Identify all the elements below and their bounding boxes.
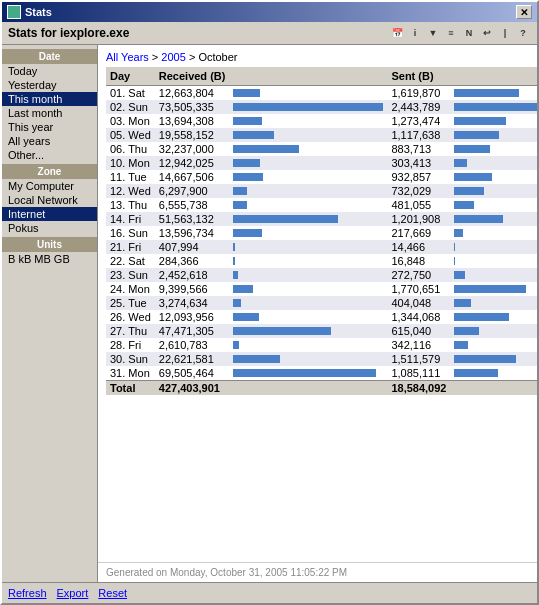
cell-sent-bar xyxy=(450,198,537,212)
table-header-row: Day Received (B) Sent (B) xyxy=(106,67,537,86)
recv-bar xyxy=(233,299,241,307)
sidebar-item-other[interactable]: Other... xyxy=(2,148,97,162)
cell-recv: 9,399,566 xyxy=(155,282,230,296)
cell-sent-bar xyxy=(450,86,537,101)
sent-bar xyxy=(454,117,506,125)
sidebar-item-thismonth[interactable]: This month xyxy=(2,92,97,106)
zone-section-header: Zone xyxy=(2,164,97,179)
cell-sent-bar xyxy=(450,114,537,128)
recv-bar xyxy=(233,341,239,349)
sidebar-item-pokus[interactable]: Pokus xyxy=(2,221,97,235)
filter-icon[interactable]: ▼ xyxy=(425,25,441,41)
cell-day: 31. Mon xyxy=(106,366,155,381)
table-row: 11. Tue14,667,506932,857 xyxy=(106,170,537,184)
total-recv: 427,403,901 xyxy=(155,381,230,396)
cell-sent-bar xyxy=(450,100,537,114)
footer-text: Generated on Monday, October 31, 2005 11… xyxy=(98,562,537,582)
sidebar-item-allyears[interactable]: All years xyxy=(2,134,97,148)
help-icon[interactable]: ? xyxy=(515,25,531,41)
table-row: 16. Sun13,596,734217,669 xyxy=(106,226,537,240)
recv-bar xyxy=(233,117,262,125)
col-header-recv-bar xyxy=(229,67,387,86)
refresh-link[interactable]: Refresh xyxy=(8,587,47,599)
cell-recv: 73,505,335 xyxy=(155,100,230,114)
cell-sent: 615,040 xyxy=(387,324,450,338)
cell-sent: 14,466 xyxy=(387,240,450,254)
breadcrumb-year[interactable]: 2005 xyxy=(161,51,185,63)
cell-recv-bar xyxy=(229,212,387,226)
cell-day: 30. Sun xyxy=(106,352,155,366)
cell-sent-bar xyxy=(450,352,537,366)
sent-bar xyxy=(454,327,479,335)
table-row: 31. Mon69,505,4641,085,111 xyxy=(106,366,537,381)
table-row: 21. Fri407,99414,466 xyxy=(106,240,537,254)
recv-bar xyxy=(233,103,383,111)
cell-day: 05. Wed xyxy=(106,128,155,142)
table-row: 02. Sun73,505,3352,443,789 xyxy=(106,100,537,114)
sidebar-item-units[interactable]: B kB MB GB xyxy=(2,252,97,266)
cell-recv-bar xyxy=(229,100,387,114)
export-link[interactable]: Export xyxy=(57,587,89,599)
cell-sent: 303,413 xyxy=(387,156,450,170)
cell-recv: 6,555,738 xyxy=(155,198,230,212)
cell-recv: 12,942,025 xyxy=(155,156,230,170)
cell-sent: 1,344,068 xyxy=(387,310,450,324)
cell-day: 16. Sun xyxy=(106,226,155,240)
sent-bar xyxy=(454,145,490,153)
title-bar: Stats ✕ xyxy=(2,2,537,22)
date-icon[interactable]: 📅 xyxy=(389,25,405,41)
cell-recv-bar xyxy=(229,254,387,268)
cell-recv-bar xyxy=(229,226,387,240)
close-button[interactable]: ✕ xyxy=(516,5,532,19)
cell-sent: 1,273,474 xyxy=(387,114,450,128)
recv-bar xyxy=(233,131,274,139)
sent-bar xyxy=(454,285,526,293)
sidebar-item-localnetwork[interactable]: Local Network xyxy=(2,193,97,207)
sidebar-item-yesterday[interactable]: Yesterday xyxy=(2,78,97,92)
app-subtitle: Stats for iexplore.exe xyxy=(8,26,129,40)
cell-recv-bar xyxy=(229,114,387,128)
recv-bar xyxy=(233,229,262,237)
cell-day: 26. Wed xyxy=(106,310,155,324)
cell-day: 25. Tue xyxy=(106,296,155,310)
back-icon[interactable]: ↩ xyxy=(479,25,495,41)
sidebar-item-today[interactable]: Today xyxy=(2,64,97,78)
content-area: All Years > 2005 > October Day Received … xyxy=(98,45,537,582)
recv-bar xyxy=(233,355,280,363)
sidebar-item-thisyear[interactable]: This year xyxy=(2,120,97,134)
sent-bar xyxy=(454,201,474,209)
recv-bar xyxy=(233,313,259,321)
breadcrumb-allyears[interactable]: All Years xyxy=(106,51,149,63)
table-row: 13. Thu6,555,738481,055 xyxy=(106,198,537,212)
cell-day: 11. Tue xyxy=(106,170,155,184)
cell-recv-bar xyxy=(229,310,387,324)
sent-bar xyxy=(454,215,503,223)
cell-sent: 16,848 xyxy=(387,254,450,268)
cell-day: 21. Fri xyxy=(106,240,155,254)
cell-recv: 2,452,618 xyxy=(155,268,230,282)
app-icon xyxy=(7,5,21,19)
table-row: 25. Tue3,274,634404,048 xyxy=(106,296,537,310)
sent-bar xyxy=(454,103,537,111)
menu-icon[interactable]: ≡ xyxy=(443,25,459,41)
table-row: 23. Sun2,452,618272,750 xyxy=(106,268,537,282)
n-icon[interactable]: N xyxy=(461,25,477,41)
sidebar-item-mycomputer[interactable]: My Computer xyxy=(2,179,97,193)
total-recv-bar xyxy=(229,381,387,396)
cell-sent-bar xyxy=(450,254,537,268)
reset-link[interactable]: Reset xyxy=(98,587,127,599)
cell-recv: 51,563,132 xyxy=(155,212,230,226)
toolbar: 📅 i ▼ ≡ N ↩ | ? xyxy=(389,25,531,41)
sidebar-item-internet[interactable]: Internet xyxy=(2,207,97,221)
table-row: 30. Sun22,621,5811,511,579 xyxy=(106,352,537,366)
recv-bar xyxy=(233,215,338,223)
cell-day: 23. Sun xyxy=(106,268,155,282)
recv-bar xyxy=(233,187,247,195)
cell-recv: 32,237,000 xyxy=(155,142,230,156)
table-row: 10. Mon12,942,025303,413 xyxy=(106,156,537,170)
info-icon[interactable]: i xyxy=(407,25,423,41)
cell-recv: 12,663,804 xyxy=(155,86,230,101)
sidebar-item-lastmonth[interactable]: Last month xyxy=(2,106,97,120)
table-row: 28. Fri2,610,783342,116 xyxy=(106,338,537,352)
breadcrumb-month: October xyxy=(198,51,237,63)
